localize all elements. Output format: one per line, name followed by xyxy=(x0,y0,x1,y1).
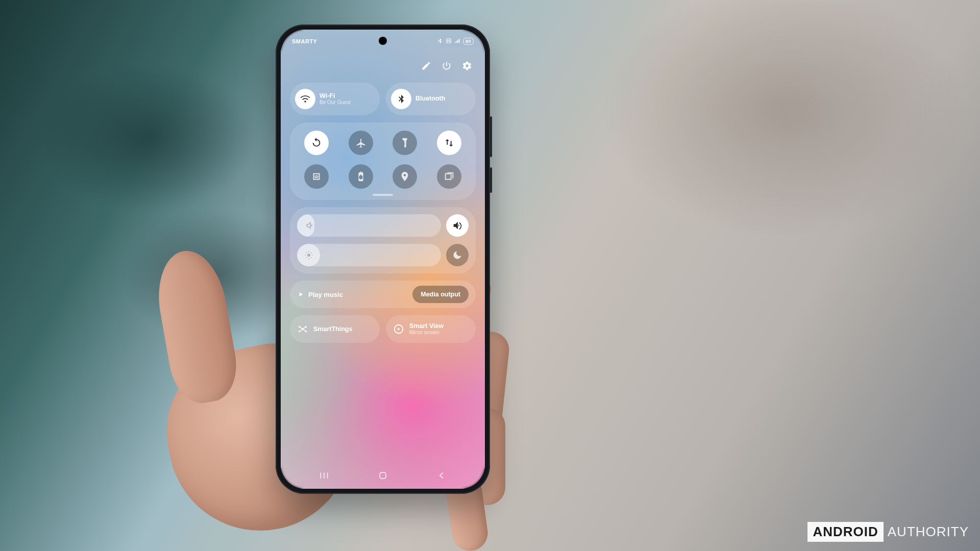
bluetooth-title: Bluetooth xyxy=(415,95,445,103)
smartthings-title: SmartThings xyxy=(313,325,352,333)
airplane-icon xyxy=(355,137,366,148)
brightness-slider[interactable] xyxy=(297,244,441,266)
home-button[interactable] xyxy=(368,471,398,480)
sliders-panel xyxy=(290,207,476,273)
smart-view-icon xyxy=(393,323,404,335)
location-toggle[interactable] xyxy=(393,164,417,189)
watermark: ANDROID AUTHORITY xyxy=(807,522,969,542)
panel-drag-handle[interactable] xyxy=(373,194,393,196)
volume-fill xyxy=(297,214,314,237)
smartthings-tile[interactable]: SmartThings xyxy=(290,315,380,343)
wifi-title: Wi-Fi xyxy=(320,93,351,100)
play-music-label: Play music xyxy=(308,291,343,298)
bluetooth-tile[interactable]: Bluetooth xyxy=(386,83,476,115)
wifi-tile[interactable]: Wi-Fi Be Our Guest xyxy=(290,83,380,115)
watermark-word: AUTHORITY xyxy=(888,524,969,540)
media-output-button[interactable]: Media output xyxy=(412,286,469,303)
rotate-icon xyxy=(311,137,322,148)
watermark-brand: ANDROID xyxy=(807,522,883,542)
data-arrows-icon xyxy=(444,137,455,148)
power-button[interactable] xyxy=(441,60,452,71)
signal-status-icon xyxy=(454,38,460,45)
smartthings-icon xyxy=(297,323,308,335)
settings-button[interactable] xyxy=(461,60,473,71)
phone-frame: SMARTY 80 xyxy=(276,24,490,494)
svg-rect-18 xyxy=(380,472,386,479)
hotspot-toggle[interactable] xyxy=(304,164,329,189)
airplane-mode-toggle[interactable] xyxy=(349,131,373,155)
screen: SMARTY 80 xyxy=(281,30,485,489)
carrier-label: SMARTY xyxy=(292,38,317,44)
recents-button[interactable] xyxy=(309,471,339,480)
bluetooth-icon xyxy=(391,89,411,109)
mobile-data-toggle[interactable] xyxy=(437,131,461,155)
moon-icon xyxy=(452,250,462,260)
flashlight-icon xyxy=(399,137,410,148)
power-saving-toggle[interactable] xyxy=(349,164,373,189)
flashlight-toggle[interactable] xyxy=(393,131,417,155)
quick-toggle-panel xyxy=(290,122,476,200)
auto-rotate-toggle[interactable] xyxy=(304,131,329,155)
brightness-fill xyxy=(297,244,320,266)
speaker-icon xyxy=(452,220,463,231)
bluetooth-status-icon xyxy=(437,38,443,45)
power-icon xyxy=(442,61,452,71)
multi-window-icon xyxy=(444,171,455,182)
navigation-bar xyxy=(281,465,485,486)
play-icon xyxy=(297,291,304,298)
sound-mode-button[interactable] xyxy=(446,214,469,237)
nfc-status-icon xyxy=(446,38,452,45)
smart-view-subtitle: Mirror screen xyxy=(409,330,444,336)
smart-view-title: Smart View xyxy=(409,322,444,330)
multi-window-toggle[interactable] xyxy=(437,164,461,189)
battery-status-icon: 80 xyxy=(463,38,474,45)
hotspot-icon xyxy=(311,171,322,182)
smart-view-tile[interactable]: Smart View Mirror screen xyxy=(386,315,476,343)
location-pin-icon xyxy=(399,171,410,182)
play-music-button[interactable]: Play music xyxy=(297,291,343,298)
leaf-battery-icon xyxy=(355,171,366,182)
wifi-subtitle: Be Our Guest xyxy=(320,99,351,105)
dark-mode-button[interactable] xyxy=(446,244,469,266)
wifi-icon xyxy=(295,89,315,109)
media-panel: Play music Media output xyxy=(290,281,476,308)
volume-slider[interactable] xyxy=(297,214,441,237)
back-button[interactable] xyxy=(426,471,457,480)
camera-notch xyxy=(379,37,387,45)
gear-icon xyxy=(462,61,472,71)
pencil-icon xyxy=(421,61,431,71)
edit-button[interactable] xyxy=(421,60,432,71)
